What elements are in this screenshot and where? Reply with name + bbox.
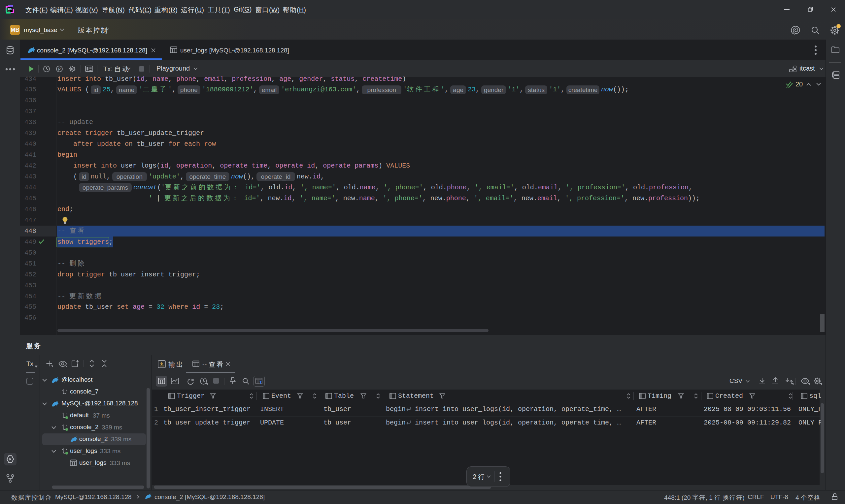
svg-text:DG: DG <box>8 7 13 11</box>
svg-text:P: P <box>58 67 61 72</box>
